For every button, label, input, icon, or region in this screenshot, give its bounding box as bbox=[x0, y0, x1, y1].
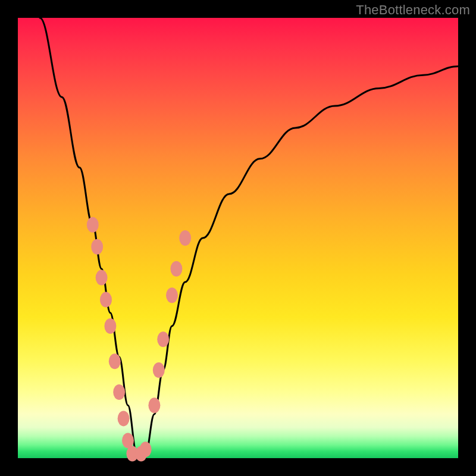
balance-marker bbox=[140, 441, 152, 457]
balance-marker bbox=[100, 292, 112, 308]
balance-marker bbox=[118, 411, 130, 426]
balance-marker bbox=[166, 287, 178, 303]
bottleneck-curve-line bbox=[40, 18, 458, 454]
balance-marker bbox=[157, 331, 169, 347]
balance-marker bbox=[113, 384, 125, 400]
balance-marker bbox=[87, 217, 99, 233]
curve-path bbox=[40, 18, 458, 454]
balance-marker bbox=[122, 433, 134, 448]
plot-area bbox=[18, 18, 458, 458]
balance-region-markers bbox=[87, 217, 191, 462]
balance-marker bbox=[179, 230, 191, 246]
balance-marker bbox=[91, 239, 103, 255]
balance-marker bbox=[148, 397, 160, 413]
balance-marker bbox=[96, 270, 108, 286]
balance-marker bbox=[170, 261, 182, 277]
curve-svg bbox=[18, 18, 458, 458]
balance-marker bbox=[109, 353, 121, 369]
chart-frame: TheBottleneck.com bbox=[0, 0, 476, 476]
balance-marker bbox=[153, 362, 165, 378]
watermark-text: TheBottleneck.com bbox=[356, 2, 470, 18]
balance-marker bbox=[104, 318, 116, 334]
